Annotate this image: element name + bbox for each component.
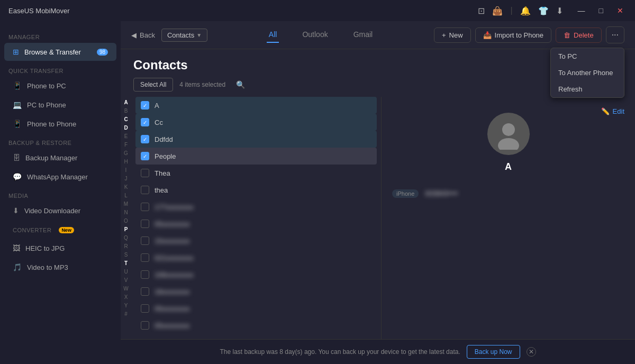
contact-checkbox-7[interactable] [141, 203, 149, 211]
alpha-W[interactable]: W [123, 285, 128, 293]
alpha-O[interactable]: O [124, 217, 128, 225]
alpha-V[interactable]: V [124, 277, 128, 284]
new-button[interactable]: + New [434, 28, 471, 43]
dropdown-item-to-another-phone[interactable]: To Another Phone [551, 65, 624, 81]
contact-checkbox-14[interactable] [141, 321, 149, 330]
category-dropdown[interactable]: Contacts ▼ [161, 29, 207, 42]
contact-item[interactable]: Ddfdd [135, 131, 377, 148]
import-to-phone-button[interactable]: 📥 Import to Phone [475, 28, 552, 43]
contact-checkbox-9[interactable] [141, 236, 149, 245]
select-all-button[interactable]: Select All [133, 78, 173, 92]
contact-item[interactable]: 15xxxxxxxx [135, 232, 377, 249]
contact-detail-name: A [505, 161, 512, 172]
alpha-H[interactable]: H [124, 158, 128, 166]
maximize-button[interactable]: □ [596, 5, 606, 16]
alpha-K[interactable]: K [124, 184, 128, 191]
contact-item[interactable]: 177xxxxxxxx [135, 198, 377, 215]
sidebar-item-whatsapp-manager[interactable]: 💬 WhatsApp Manager [4, 168, 116, 186]
contact-item[interactable]: 05xxxxxxxx [135, 215, 377, 232]
download-icon[interactable]: ⬇ [556, 6, 563, 16]
sidebar-item-pc-to-phone[interactable]: 💻 PC to Phone [4, 96, 116, 114]
dropdown-item-refresh[interactable]: Refresh [551, 81, 624, 97]
contact-checkbox-2[interactable] [141, 118, 149, 126]
alpha-J[interactable]: J [125, 175, 128, 183]
chevron-down-icon: ▼ [196, 32, 202, 38]
sidebar-item-backup-manager[interactable]: 🗄 Backup Manager [4, 149, 116, 167]
contact-checkbox-6[interactable] [141, 186, 149, 194]
contact-checkbox-8[interactable] [141, 220, 149, 228]
alpha-B[interactable]: B [124, 107, 128, 115]
tab-outlook[interactable]: Outlook [300, 27, 330, 43]
contact-item[interactable]: 05xxxxxxxx [135, 317, 377, 334]
alpha-R[interactable]: R [124, 243, 128, 250]
contact-checkbox-4[interactable] [141, 152, 149, 160]
shirt-icon[interactable]: 👕 [538, 6, 549, 16]
alpha-U[interactable]: U [124, 268, 128, 276]
more-button[interactable]: ··· [606, 26, 624, 43]
edit-button[interactable]: ✏️ Edit [601, 107, 624, 115]
contact-item[interactable]: 18xxxxxxxx [135, 283, 377, 300]
alpha-Q[interactable]: Q [124, 234, 128, 242]
alpha-G[interactable]: G [124, 150, 128, 157]
alpha-T[interactable]: T [124, 260, 128, 267]
contact-item[interactable]: Thea [135, 165, 377, 181]
alpha-D[interactable]: D [124, 124, 128, 132]
back-button[interactable]: ◀ Back [131, 31, 155, 39]
device-icon[interactable]: ⊡ [478, 6, 485, 16]
alpha-hash[interactable]: # [124, 311, 128, 318]
tab-all[interactable]: All [267, 27, 279, 43]
sidebar-item-video-to-mp3[interactable]: 🎵 Video to MP3 [4, 258, 116, 276]
contact-name-9: 15xxxxxxxx [155, 237, 371, 245]
sidebar-item-phone-to-pc[interactable]: 📱 Phone to PC [4, 77, 116, 95]
alpha-P[interactable]: P [124, 226, 128, 233]
alpha-C[interactable]: C [124, 116, 128, 123]
minimize-button[interactable]: — [575, 5, 588, 16]
delete-button[interactable]: 🗑 Delete [556, 28, 602, 43]
contact-checkbox-13[interactable] [141, 304, 149, 313]
dropdown-label: Contacts [167, 31, 194, 39]
main-content: ◀ Back Contacts ▼ All Outlook Gmail + Ne… [121, 21, 635, 364]
contact-item[interactable]: thea [135, 181, 377, 198]
contact-checkbox-1[interactable] [141, 101, 149, 110]
phone-value: 833843•••• [425, 189, 458, 197]
wallet-icon[interactable]: 👜 [492, 6, 503, 16]
bell-icon[interactable]: 🔔 [520, 6, 531, 16]
search-button[interactable]: 🔍 [232, 78, 249, 92]
sidebar-item-video-downloader[interactable]: ⬇ Video Downloader [4, 202, 116, 220]
alpha-A[interactable]: A [124, 99, 128, 106]
detail-phone-row: iPhone 833843•••• [392, 188, 624, 198]
contact-checkbox-11[interactable] [141, 270, 149, 279]
alpha-L[interactable]: L [124, 192, 128, 199]
backup-manager-icon: 🗄 [13, 153, 20, 162]
contact-checkbox-10[interactable] [141, 253, 149, 262]
alpha-M[interactable]: M [124, 201, 128, 208]
converter-new-badge: New [59, 227, 74, 233]
sidebar-item-heic-to-jpg[interactable]: 🖼 HEIC to JPG [4, 239, 116, 257]
contact-item[interactable]: 05xxxxxxxx [135, 300, 377, 317]
alpha-N[interactable]: N [124, 209, 128, 216]
alpha-E[interactable]: E [124, 133, 128, 140]
sidebar-item-browse-transfer[interactable]: ⊞ Browse & Transfer 98 [4, 43, 116, 61]
tab-gmail[interactable]: Gmail [351, 27, 375, 43]
contact-checkbox-3[interactable] [141, 135, 149, 143]
alpha-Y[interactable]: Y [124, 302, 128, 310]
contact-item[interactable]: A [135, 97, 377, 114]
backup-now-button[interactable]: Back up Now [467, 345, 520, 359]
alpha-X[interactable]: X [124, 294, 128, 301]
close-button[interactable]: ✕ [614, 5, 627, 16]
alpha-I[interactable]: I [125, 167, 127, 174]
alpha-F[interactable]: F [124, 141, 128, 149]
sidebar-item-label: Backup Manager [25, 154, 77, 162]
contact-item[interactable]: 106xxxxxxxx [135, 266, 377, 283]
dropdown-item-to-pc[interactable]: To PC [551, 48, 624, 65]
contact-name-7: 177xxxxxxxx [155, 203, 371, 211]
contact-item[interactable]: Cc [135, 114, 377, 131]
contact-item[interactable]: People [135, 148, 377, 165]
close-notification-button[interactable]: ✕ [527, 347, 536, 357]
video-downloader-icon: ⬇ [13, 206, 19, 215]
alpha-S[interactable]: S [124, 251, 128, 259]
contact-checkbox-12[interactable] [141, 287, 149, 296]
sidebar-item-phone-to-phone[interactable]: 📱 Phone to Phone [4, 115, 116, 133]
contact-item[interactable]: 021xxxxxxxx [135, 249, 377, 266]
contact-checkbox-5[interactable] [141, 169, 149, 177]
